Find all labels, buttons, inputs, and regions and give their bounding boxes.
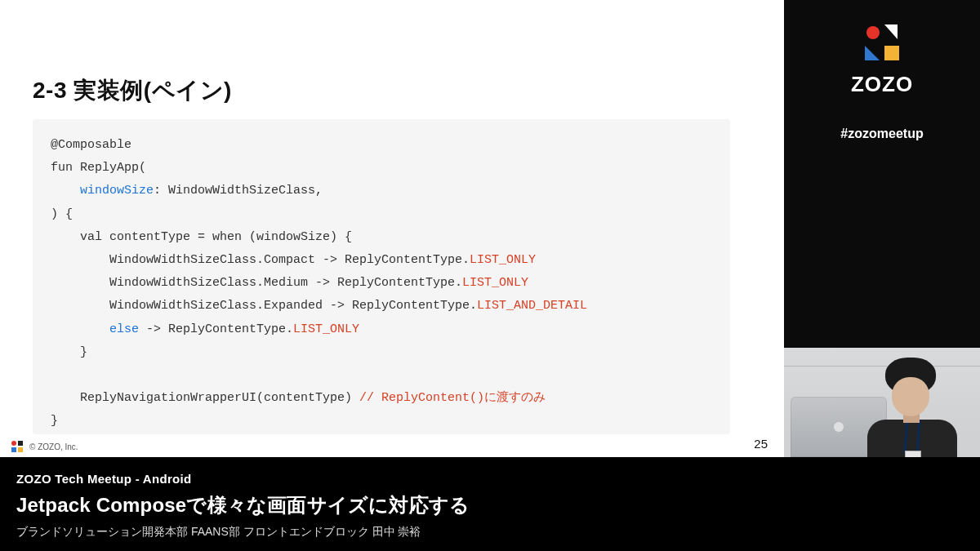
code-l5b: contentType = — [102, 230, 212, 244]
code-l3-param: windowSize — [80, 184, 154, 198]
speaker-face — [892, 377, 929, 416]
slide-footer: © ZOZO, Inc. — [11, 441, 78, 452]
code-l9-pad — [51, 322, 109, 336]
code-l3b: : WindowWidthSizeClass, — [154, 184, 323, 198]
code-l9c: LIST_ONLY — [293, 322, 359, 336]
event-name: ZOZO Tech Meetup - Android — [16, 472, 964, 486]
presentation-stream-frame: 2-3 実装例(ペイン) @Composable fun ReplyApp( w… — [0, 0, 980, 551]
code-l6a: WindowWidthSizeClass.Compact -> ReplyCon… — [51, 253, 470, 267]
code-l7b: LIST_ONLY — [462, 276, 528, 290]
code-l8a: WindowWidthSizeClass.Expanded -> ReplyCo… — [51, 299, 477, 313]
slide-heading: 2-3 実装例(ペイン) — [33, 75, 232, 106]
code-l4: ) { — [51, 207, 73, 221]
code-l7a: WindowWidthSizeClass.Medium -> ReplyCont… — [51, 276, 462, 290]
code-l2a: fun — [51, 161, 73, 175]
talk-title: Jetpack Composeで様々な画面サイズに対応する — [16, 492, 964, 518]
code-l3-pad — [51, 184, 80, 198]
code-l10: } — [51, 345, 87, 359]
code-l13: } — [51, 414, 58, 428]
code-l12a: ReplyNavigationWrapperUI(contentType) — [51, 391, 359, 405]
code-l2b: ReplyApp( — [73, 161, 146, 175]
brand-name: ZOZO — [851, 72, 913, 97]
speaker-lanyard — [904, 420, 921, 454]
code-l5-kw: val — [80, 230, 102, 244]
code-l9-kw: else — [109, 322, 139, 336]
slide-area: 2-3 実装例(ペイン) @Composable fun ReplyApp( w… — [0, 0, 784, 457]
speaker-webcam — [784, 348, 980, 457]
code-l5c: (windowSize) { — [242, 230, 352, 244]
code-l6b: LIST_ONLY — [470, 253, 536, 267]
event-hashtag: #zozomeetup — [840, 127, 923, 141]
stream-lower-third: ZOZO Tech Meetup - Android Jetpack Compo… — [0, 457, 980, 551]
code-block: @Composable fun ReplyApp( windowSize: Wi… — [33, 119, 730, 434]
slide-page-number: 25 — [754, 437, 768, 451]
speaker-figure — [843, 353, 965, 457]
code-l5-kw2: when — [212, 230, 242, 244]
slide-copyright: © ZOZO, Inc. — [29, 442, 78, 451]
zozo-mark-icon — [11, 441, 23, 452]
zozo-logo-icon — [863, 24, 901, 62]
code-l1: @Composable — [51, 138, 131, 152]
code-l9b: -> ReplyContentType. — [139, 322, 293, 336]
code-l12-comment: // ReplyContent()に渡すのみ — [359, 391, 546, 405]
speaker-badge — [905, 451, 921, 457]
code-l8b: LIST_AND_DETAIL — [477, 299, 587, 313]
code-l5-pad — [51, 230, 80, 244]
speaker-byline: ブランドソリューション開発本部 FAANS部 フロントエンドブロック 田中 崇裕 — [16, 525, 964, 540]
